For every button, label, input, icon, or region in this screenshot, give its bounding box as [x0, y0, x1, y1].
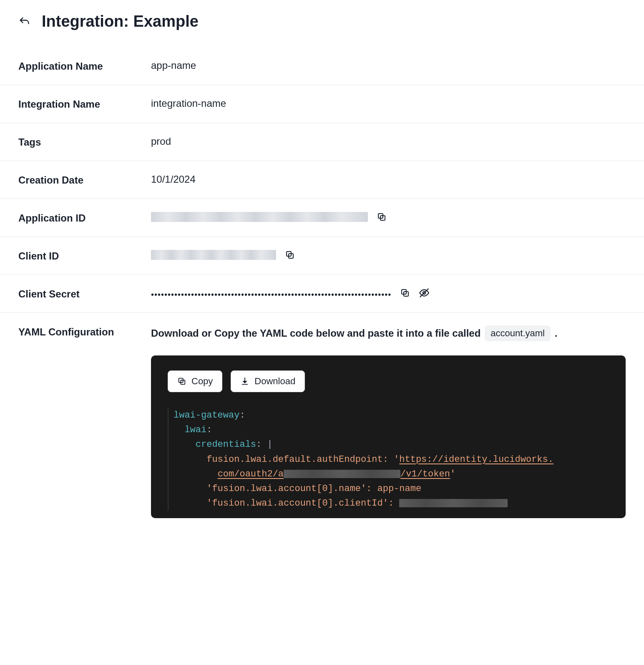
yaml-code-content: lwai-gateway: lwai: credentials: | fusio… — [168, 408, 609, 511]
page-title: Integration: Example — [42, 13, 199, 30]
client-secret-label: Client Secret — [18, 287, 151, 300]
redacted-client-id — [399, 499, 508, 507]
download-yaml-label: Download — [254, 376, 295, 387]
yaml-instruction-text: Download or Copy the YAML code below and… — [151, 327, 480, 339]
field-client-id: Client ID — [0, 237, 644, 275]
client-id-label: Client ID — [18, 249, 151, 262]
creation-date-label: Creation Date — [18, 174, 151, 186]
field-application-name: Application Name app-name — [0, 47, 644, 85]
field-yaml-configuration: YAML Configuration Download or Copy the … — [0, 313, 644, 518]
application-name-label: Application Name — [18, 60, 151, 72]
yaml-instruction: Download or Copy the YAML code below and… — [151, 325, 626, 341]
field-creation-date: Creation Date 10/1/2024 — [0, 161, 644, 199]
application-id-label: Application ID — [18, 212, 151, 224]
copy-yaml-button[interactable]: Copy — [168, 370, 222, 392]
redacted-url-segment — [284, 470, 400, 478]
integration-name-label: Integration Name — [18, 98, 151, 110]
field-client-secret: Client Secret ••••••••••••••••••••••••••… — [0, 275, 644, 313]
yaml-code-block: Copy Download lwai-gateway: lwai: creden… — [151, 355, 626, 518]
yaml-configuration-label: YAML Configuration — [18, 325, 151, 338]
copy-application-id-button[interactable] — [376, 212, 387, 222]
copy-client-secret-button[interactable] — [400, 287, 410, 298]
toggle-visibility-icon[interactable] — [419, 287, 430, 298]
yaml-filename-chip: account.yaml — [485, 325, 551, 341]
copy-yaml-label: Copy — [191, 376, 213, 387]
application-name-value: app-name — [151, 60, 196, 71]
client-secret-value-masked: ••••••••••••••••••••••••••••••••••••••••… — [151, 290, 391, 300]
yaml-instruction-period: . — [555, 327, 558, 339]
field-integration-name: Integration Name integration-name — [0, 85, 644, 123]
copy-client-id-button[interactable] — [284, 249, 295, 260]
application-id-value-redacted — [151, 212, 368, 222]
back-icon[interactable] — [18, 16, 30, 28]
creation-date-value: 10/1/2024 — [151, 174, 196, 185]
field-application-id: Application ID — [0, 199, 644, 237]
download-yaml-button[interactable]: Download — [231, 370, 305, 392]
field-tags: Tags prod — [0, 123, 644, 161]
integration-name-value: integration-name — [151, 98, 226, 109]
tags-label: Tags — [18, 136, 151, 148]
tags-value: prod — [151, 136, 171, 147]
client-id-value-redacted — [151, 250, 276, 260]
